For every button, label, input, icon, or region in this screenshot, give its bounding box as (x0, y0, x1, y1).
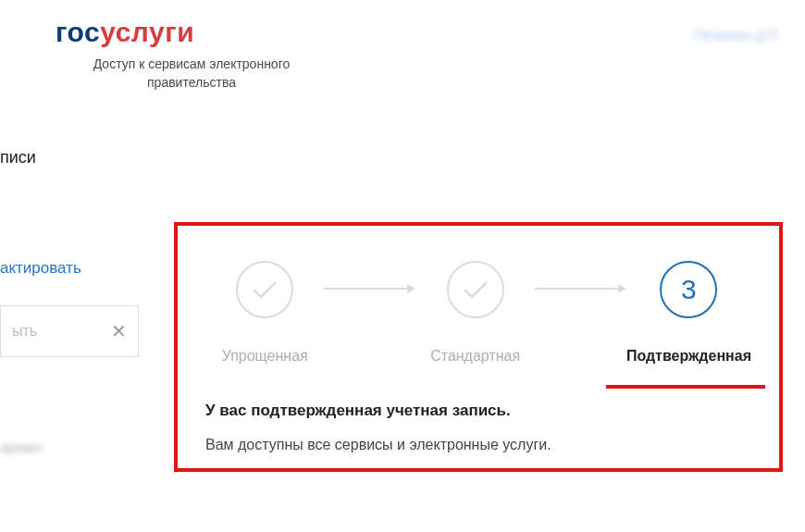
step-confirmed: 3 Подтвержденная (626, 261, 751, 365)
patronymic-blurred: ирович (0, 440, 143, 455)
site-logo[interactable]: госуслуги (56, 17, 805, 48)
step-standard: Стандартная (415, 261, 534, 365)
progress-stepper: Упрощенная Стандартная 3 Подтвержденная (205, 261, 751, 365)
section-title-fragment: писи (0, 148, 36, 167)
step-label: Стандартная (430, 348, 520, 365)
step-simplified: Упрощенная (205, 261, 324, 365)
active-step-underline (606, 385, 765, 389)
account-status-card: Упрощенная Стандартная 3 Подтвержденная … (174, 222, 783, 472)
logo-text-red: услуги (100, 17, 194, 47)
collapse-box[interactable]: ыть ✕ (0, 305, 139, 357)
status-title: У вас подтвержденная учетная запись. (205, 402, 751, 420)
logo-text-blue: гос (56, 17, 100, 47)
checkmark-icon (236, 261, 293, 318)
close-icon[interactable]: ✕ (111, 320, 127, 342)
edit-link[interactable]: актировать (0, 259, 143, 278)
step-number-badge: 3 (660, 261, 717, 318)
arrow-icon (535, 284, 626, 293)
status-description: Вам доступны все сервисы и электронные у… (205, 437, 751, 453)
checkmark-icon (447, 261, 504, 318)
step-label-active: Подтвержденная (626, 348, 751, 365)
user-name-link[interactable]: Петренко Д П (696, 28, 778, 43)
collapse-label: ыть (12, 323, 37, 340)
arrow-icon (324, 284, 415, 293)
step-label: Упрощенная (222, 348, 308, 365)
site-tagline: Доступ к сервисам электронного правитель… (85, 56, 298, 92)
